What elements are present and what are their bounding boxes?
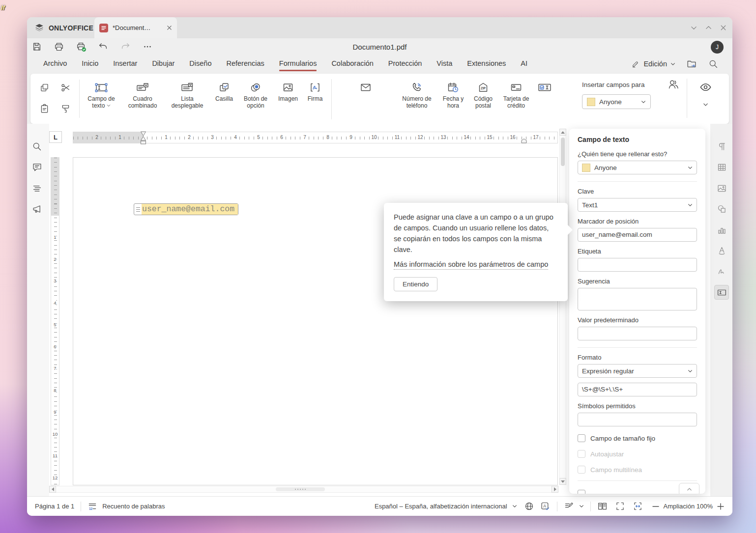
image-icon[interactable] bbox=[714, 181, 729, 196]
quick-access-toolbar bbox=[31, 41, 153, 52]
form-button-datetime[interactable]: Fecha y hora bbox=[439, 78, 467, 121]
document-tab[interactable]: *Document… bbox=[94, 17, 177, 38]
search-icon[interactable] bbox=[708, 58, 719, 69]
set-language-button[interactable] bbox=[524, 501, 534, 511]
vertical-scrollbar[interactable] bbox=[559, 129, 566, 485]
language-selector[interactable]: Español – España, alfabetización interna… bbox=[375, 503, 517, 510]
maximize-icon[interactable] bbox=[705, 24, 712, 31]
form-button-radio[interactable]: Botón de opción bbox=[239, 78, 272, 121]
tab-insertar[interactable]: Insertar bbox=[113, 55, 137, 73]
minimize-icon[interactable] bbox=[690, 24, 698, 31]
save-icon[interactable] bbox=[31, 41, 42, 52]
paragraph-icon[interactable] bbox=[714, 139, 729, 154]
zoom-label[interactable]: Ampliación 100% bbox=[664, 503, 713, 510]
more-icon[interactable] bbox=[142, 41, 153, 52]
scroll-right-icon[interactable] bbox=[552, 486, 558, 493]
toolbar-role-select[interactable]: Anyone bbox=[582, 94, 651, 109]
page-indicator[interactable]: Página 1 de 1 bbox=[35, 503, 74, 510]
roles-icon[interactable] bbox=[668, 79, 679, 90]
email-form-field[interactable]: user_name@email.com bbox=[134, 203, 238, 215]
cut-icon[interactable] bbox=[58, 80, 73, 95]
tab-archivo[interactable]: Archivo bbox=[43, 55, 67, 73]
tab-diseno[interactable]: Diseño bbox=[189, 55, 211, 73]
field-drag-handle-icon[interactable] bbox=[134, 204, 142, 215]
form-button-phone[interactable]: Número de teléfono bbox=[396, 78, 437, 121]
tab-stop-selector[interactable]: L bbox=[49, 131, 62, 143]
copy-icon[interactable] bbox=[37, 80, 52, 95]
regex-input[interactable]: \S+@\S+\.\S+ bbox=[578, 383, 697, 396]
form-button-credit-card[interactable]: Tarjeta de crédito bbox=[499, 78, 533, 121]
chart-icon[interactable] bbox=[714, 223, 729, 237]
horizontal-scroll-thumb[interactable] bbox=[276, 487, 325, 491]
paste-icon[interactable] bbox=[37, 101, 52, 116]
tip-input[interactable] bbox=[578, 288, 697, 310]
tab-proteccion[interactable]: Protección bbox=[388, 55, 422, 73]
text-field-settings-panel: Campo de texto ¿Quién tiene que rellenar… bbox=[569, 129, 705, 494]
form-button-email[interactable] bbox=[337, 78, 395, 121]
search-icon[interactable] bbox=[29, 139, 44, 154]
fixed-size-checkbox[interactable]: Campo de tamaño fijo bbox=[578, 434, 697, 442]
track-changes-button[interactable] bbox=[564, 501, 584, 511]
zoom-out-icon[interactable] bbox=[652, 503, 660, 510]
format-select[interactable]: Expresión regular bbox=[578, 364, 697, 378]
comments-icon[interactable] bbox=[29, 160, 44, 174]
indent-marker-right[interactable] bbox=[521, 139, 527, 143]
quick-print-icon[interactable] bbox=[76, 41, 87, 52]
tab-ai[interactable]: AI bbox=[521, 55, 527, 73]
text-art-icon[interactable] bbox=[714, 243, 729, 258]
tab-formularios[interactable]: Formularios bbox=[279, 55, 317, 73]
redo-icon[interactable] bbox=[120, 41, 131, 52]
print-icon[interactable] bbox=[54, 41, 64, 52]
tooltip-more-info-link[interactable]: Más información sobre los parámetros de … bbox=[394, 259, 548, 270]
scroll-up-icon[interactable] bbox=[559, 129, 566, 136]
shape-icon[interactable] bbox=[714, 201, 729, 216]
placeholder-input[interactable]: user_name@email.com bbox=[578, 228, 697, 242]
tooltip-ok-button[interactable]: Entiendo bbox=[394, 277, 437, 291]
chevron-down-icon[interactable] bbox=[703, 103, 708, 107]
panel-role-select[interactable]: Anyone bbox=[578, 161, 697, 174]
open-location-icon[interactable] bbox=[686, 58, 697, 69]
allowed-symbols-input[interactable] bbox=[578, 413, 697, 426]
fit-page-button[interactable] bbox=[615, 501, 625, 511]
tab-colaboracion[interactable]: Colaboración bbox=[331, 55, 373, 73]
edit-mode-button[interactable]: Edición bbox=[631, 59, 675, 68]
avatar[interactable]: J bbox=[711, 41, 724, 54]
form-button-zip[interactable]: ZIP Código postal bbox=[469, 78, 497, 121]
word-count-button[interactable]: 12 Recuento de palabras bbox=[87, 502, 165, 511]
zoom-in-icon[interactable] bbox=[717, 503, 725, 510]
form-button-dropdown-list[interactable]: Lista desplegable bbox=[165, 78, 209, 121]
horizontal-scrollbar[interactable] bbox=[49, 486, 558, 493]
table-icon[interactable] bbox=[714, 160, 729, 174]
form-button-combo-box[interactable]: Cuadro combinado bbox=[121, 78, 164, 121]
default-value-input[interactable] bbox=[578, 327, 697, 340]
undo-icon[interactable] bbox=[98, 41, 109, 52]
scroll-down-icon[interactable] bbox=[559, 478, 566, 485]
signature-icon[interactable] bbox=[714, 264, 729, 279]
format-painter-icon[interactable] bbox=[58, 101, 73, 116]
feedback-icon[interactable] bbox=[29, 201, 44, 216]
form-button-text-field[interactable]: Campo de texto bbox=[83, 78, 120, 121]
tab-inicio[interactable]: Inicio bbox=[82, 55, 98, 73]
fit-width-button[interactable] bbox=[633, 501, 643, 511]
panel-collapse-button[interactable] bbox=[679, 483, 699, 494]
tab-dibujar[interactable]: Dibujar bbox=[152, 55, 174, 73]
tab-close-icon[interactable] bbox=[167, 25, 172, 30]
navigation-icon[interactable] bbox=[29, 181, 44, 196]
form-button-image[interactable]: Imagen bbox=[274, 78, 302, 121]
indent-marker-left[interactable] bbox=[140, 131, 146, 144]
tab-vista[interactable]: Vista bbox=[436, 55, 452, 73]
spellcheck-button[interactable]: A bbox=[540, 501, 551, 511]
form-button-signature[interactable]: Firma bbox=[304, 78, 326, 121]
vertical-scroll-thumb[interactable] bbox=[561, 138, 565, 166]
form-button-complex-field[interactable] bbox=[535, 78, 554, 121]
close-icon[interactable] bbox=[720, 24, 727, 31]
tag-input[interactable] bbox=[578, 258, 697, 272]
tab-referencias[interactable]: Referencias bbox=[226, 55, 264, 73]
view-form-icon[interactable] bbox=[699, 81, 712, 94]
form-settings-icon[interactable] bbox=[714, 285, 729, 300]
form-button-checkbox[interactable]: Casilla bbox=[211, 78, 237, 121]
tab-extensiones[interactable]: Extensiones bbox=[467, 55, 506, 73]
two-pages-view-button[interactable] bbox=[597, 501, 608, 511]
key-select[interactable]: Text1 bbox=[578, 198, 697, 212]
scroll-left-icon[interactable] bbox=[49, 486, 56, 493]
